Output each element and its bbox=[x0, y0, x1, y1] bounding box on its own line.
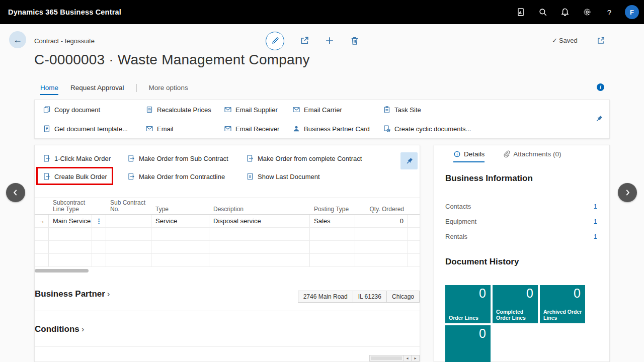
action-get-document-template[interactable]: Get document template... bbox=[43, 125, 145, 133]
delete-button[interactable] bbox=[350, 36, 360, 46]
action-copy-document[interactable]: Copy document bbox=[43, 106, 145, 114]
chevron-right-icon bbox=[623, 188, 632, 197]
topbar: Dynamics 365 Business Central ? F bbox=[0, 0, 644, 24]
document-history-title: Document History bbox=[445, 257, 519, 267]
pencil-icon bbox=[271, 37, 279, 45]
action-email-carrier[interactable]: Email Carrier bbox=[292, 106, 383, 114]
divider bbox=[35, 311, 420, 311]
header-menu bbox=[92, 198, 106, 215]
table-row-empty[interactable] bbox=[35, 241, 420, 254]
action-business-partner-card[interactable]: Business Partner Card bbox=[292, 125, 383, 133]
header-line-type[interactable]: Subcontract Line Type bbox=[49, 198, 92, 215]
action-one-click-make-order[interactable]: 1-Click Make Order bbox=[43, 154, 127, 162]
table-row-empty[interactable] bbox=[35, 254, 420, 267]
open-in-new-window-button[interactable] bbox=[596, 36, 605, 45]
action-show-last-document[interactable]: Show Last Document bbox=[246, 172, 389, 180]
share-button[interactable] bbox=[299, 36, 309, 46]
info-row-rentals: Rentals 1 bbox=[445, 230, 597, 243]
header-qty-ordered[interactable]: Qty. Ordered bbox=[355, 198, 408, 215]
chevron-right-icon: › bbox=[82, 324, 85, 334]
bell-icon[interactable] bbox=[555, 3, 575, 22]
info-icon[interactable]: i bbox=[597, 83, 604, 91]
scroll-right-icon[interactable]: ▸ bbox=[411, 355, 419, 361]
info-row-contacts: Contacts 1 bbox=[445, 200, 597, 213]
actions-ribbon: Copy document Recalculate Prices Email S… bbox=[34, 100, 610, 139]
tab-home[interactable]: Home bbox=[40, 84, 58, 95]
action-make-order-from-complete-contract[interactable]: Make Order from complete Contract bbox=[246, 154, 389, 162]
action-task-site[interactable]: Task Site bbox=[383, 106, 609, 114]
page-title: C-0000003 · Waste Management Company bbox=[34, 52, 310, 68]
lines-table: Subcontract Line Type Sub Contract No. T… bbox=[35, 198, 420, 267]
lines-pin-button[interactable] bbox=[400, 152, 418, 169]
lines-part: 1-Click Make Order Make Order from Sub C… bbox=[34, 145, 420, 362]
save-status-label: Saved bbox=[559, 37, 578, 44]
make-order-icon bbox=[127, 172, 135, 180]
record-actions bbox=[266, 31, 360, 50]
cell-line-type[interactable]: Main Service bbox=[49, 215, 92, 227]
cell-type[interactable]: Service bbox=[151, 215, 209, 227]
tab-divider bbox=[136, 84, 137, 92]
clipboard-icon bbox=[383, 106, 391, 114]
tab-attachments[interactable]: Attachments (0) bbox=[503, 150, 561, 162]
summary-address: 2746 Main Road bbox=[298, 291, 353, 303]
next-record-button[interactable] bbox=[618, 183, 637, 202]
pin-icon[interactable] bbox=[595, 115, 603, 123]
header-type[interactable]: Type bbox=[151, 198, 209, 215]
header-description[interactable]: Description bbox=[209, 198, 310, 215]
action-email-supplier[interactable]: Email Supplier bbox=[224, 106, 292, 114]
action-email[interactable]: Email bbox=[145, 125, 224, 133]
search-icon[interactable] bbox=[533, 3, 552, 22]
share-icon bbox=[299, 36, 309, 46]
header-selector bbox=[35, 198, 49, 215]
action-create-bulk-order[interactable]: Create Bulk Order bbox=[43, 172, 127, 180]
action-make-order-from-sub-contract[interactable]: Make Order from Sub Contract bbox=[127, 154, 246, 162]
action-recalculate-prices[interactable]: Recalculate Prices bbox=[145, 106, 224, 114]
cell-qty-ordered[interactable]: 0 bbox=[355, 215, 408, 227]
app-window: Dynamics 365 Business Central ? F ← Cont… bbox=[0, 0, 644, 362]
header-posting-type[interactable]: Posting Type bbox=[310, 198, 355, 215]
info-value-link[interactable]: 1 bbox=[594, 218, 597, 225]
action-email-receiver[interactable]: Email Receiver bbox=[224, 125, 292, 133]
tile-cue[interactable]: 0 bbox=[445, 325, 491, 362]
action-create-cyclic-documents[interactable]: Create cyclic documents... bbox=[383, 125, 609, 133]
tab-details[interactable]: Details bbox=[453, 150, 485, 162]
action-make-order-from-contractline[interactable]: Make Order from Contractline bbox=[127, 172, 246, 180]
tile-archived-order-lines[interactable]: 0 Archived Order Lines bbox=[540, 285, 585, 323]
info-value-link[interactable]: 1 bbox=[594, 203, 597, 210]
plus-icon bbox=[325, 36, 335, 46]
cell-posting-type[interactable]: Sales bbox=[310, 215, 355, 227]
tile-order-lines[interactable]: 0 Order Lines bbox=[445, 285, 491, 323]
previous-record-button[interactable] bbox=[6, 183, 25, 202]
avatar[interactable]: F bbox=[625, 5, 639, 19]
document-icon bbox=[246, 172, 254, 180]
calculator-icon bbox=[145, 106, 153, 114]
help-icon[interactable]: ? bbox=[600, 3, 619, 22]
cell-menu-icon[interactable]: ⋮ bbox=[92, 215, 106, 227]
cell-sub-contract-no[interactable] bbox=[106, 215, 151, 227]
header-sub-contract-no[interactable]: Sub Contract No. bbox=[106, 198, 151, 215]
back-button[interactable]: ← bbox=[9, 31, 26, 48]
pin-icon bbox=[405, 157, 414, 165]
table-row[interactable]: → Main Service ⋮ Service Disposal servic… bbox=[35, 215, 420, 228]
scrollbar-thumb[interactable] bbox=[35, 269, 89, 273]
table-row-empty[interactable] bbox=[35, 228, 420, 241]
section-business-partner[interactable]: Business Partner › bbox=[35, 289, 110, 299]
breadcrumb[interactable]: Contract - tegossuite bbox=[34, 37, 95, 45]
factbox-tab-bar: Details Attachments (0) bbox=[453, 150, 561, 162]
gear-icon[interactable] bbox=[578, 3, 597, 22]
app-title[interactable]: Dynamics 365 Business Central bbox=[8, 8, 121, 16]
scrollbar-thumb[interactable] bbox=[371, 356, 402, 360]
new-record-button[interactable] bbox=[325, 36, 335, 46]
tab-request-approval[interactable]: Request Approval bbox=[70, 84, 124, 95]
scroll-left-icon[interactable]: ◂ bbox=[403, 355, 411, 361]
card-horizontal-scrollbar[interactable]: ◂ ▸ bbox=[369, 355, 420, 361]
edit-button[interactable] bbox=[266, 32, 284, 50]
section-conditions[interactable]: Conditions › bbox=[35, 324, 84, 334]
tab-more-options[interactable]: More options bbox=[149, 84, 188, 95]
info-value-link[interactable]: 1 bbox=[594, 233, 597, 240]
table-horizontal-scrollbar[interactable] bbox=[35, 269, 421, 273]
report-icon[interactable] bbox=[511, 3, 530, 22]
trash-icon bbox=[350, 36, 360, 46]
tile-completed-order-lines[interactable]: 0 Completed Order Lines bbox=[493, 285, 538, 323]
cell-description[interactable]: Disposal service bbox=[209, 215, 310, 227]
